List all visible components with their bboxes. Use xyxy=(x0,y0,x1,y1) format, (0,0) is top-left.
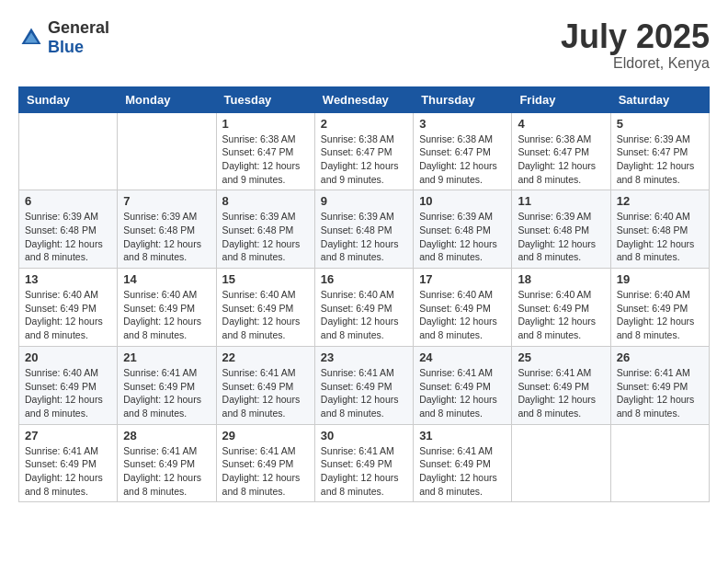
cell-line: Sunrise: 6:39 AM xyxy=(617,133,690,144)
cell-line: Daylight: 12 hours and 8 minutes. xyxy=(123,316,201,340)
cell-line: Daylight: 12 hours and 8 minutes. xyxy=(25,316,103,340)
day-number: 8 xyxy=(222,194,309,208)
cell-line: Sunrise: 6:38 AM xyxy=(321,133,394,144)
cell-content: Sunrise: 6:38 AMSunset: 6:47 PMDaylight:… xyxy=(222,132,309,187)
cell-line: Sunrise: 6:40 AM xyxy=(123,289,197,300)
cell-line: Daylight: 12 hours and 8 minutes. xyxy=(617,394,695,419)
cell-line: Daylight: 12 hours and 8 minutes. xyxy=(25,238,103,263)
cell-line: Daylight: 12 hours and 8 minutes. xyxy=(617,316,695,340)
cell-content: Sunrise: 6:38 AMSunset: 6:47 PMDaylight:… xyxy=(321,132,407,187)
cell-content: Sunrise: 6:39 AMSunset: 6:48 PMDaylight:… xyxy=(222,210,309,264)
cell-line: Sunrise: 6:41 AM xyxy=(321,367,394,378)
calendar-cell: 31Sunrise: 6:41 AMSunset: 6:49 PMDayligh… xyxy=(414,424,512,502)
cell-line: Daylight: 12 hours and 8 minutes. xyxy=(419,394,497,419)
cell-content: Sunrise: 6:41 AMSunset: 6:49 PMDaylight:… xyxy=(222,444,309,499)
cell-line: Sunset: 6:47 PM xyxy=(321,146,392,157)
calendar-body: 1Sunrise: 6:38 AMSunset: 6:47 PMDaylight… xyxy=(19,112,710,502)
cell-line: Sunrise: 6:41 AM xyxy=(321,445,394,456)
logo-text: General Blue xyxy=(48,18,109,57)
cell-line: Sunset: 6:49 PM xyxy=(321,303,392,314)
cell-content: Sunrise: 6:41 AMSunset: 6:49 PMDaylight:… xyxy=(321,366,407,420)
location-title: Eldoret, Kenya xyxy=(561,55,710,72)
cell-line: Daylight: 12 hours and 8 minutes. xyxy=(123,394,201,419)
cell-line: Sunset: 6:48 PM xyxy=(518,224,589,236)
cell-line: Daylight: 12 hours and 8 minutes. xyxy=(321,472,399,497)
cell-line: Sunset: 6:47 PM xyxy=(419,146,491,157)
day-number: 7 xyxy=(123,194,210,208)
day-header-sunday: Sunday xyxy=(19,86,118,112)
cell-line: Sunrise: 6:41 AM xyxy=(419,367,493,378)
cell-line: Sunset: 6:48 PM xyxy=(222,224,294,236)
cell-line: Daylight: 12 hours and 8 minutes. xyxy=(222,394,301,419)
cell-line: Sunrise: 6:40 AM xyxy=(25,367,98,378)
day-number: 19 xyxy=(617,272,703,286)
cell-line: Sunset: 6:48 PM xyxy=(123,224,195,236)
cell-content: Sunrise: 6:38 AMSunset: 6:47 PMDaylight:… xyxy=(518,132,604,187)
day-number: 6 xyxy=(25,194,111,208)
day-header-tuesday: Tuesday xyxy=(216,86,314,112)
day-header-saturday: Saturday xyxy=(610,86,709,112)
cell-line: Daylight: 12 hours and 8 minutes. xyxy=(518,160,596,185)
cell-line: Daylight: 12 hours and 8 minutes. xyxy=(123,472,201,497)
day-number: 16 xyxy=(321,272,407,286)
calendar-cell: 10Sunrise: 6:39 AMSunset: 6:48 PMDayligh… xyxy=(414,190,512,269)
cell-line: Daylight: 12 hours and 8 minutes. xyxy=(25,472,103,497)
day-number: 9 xyxy=(321,194,407,208)
cell-line: Sunrise: 6:39 AM xyxy=(123,211,197,222)
cell-line: Sunset: 6:49 PM xyxy=(123,381,195,392)
day-number: 31 xyxy=(419,429,506,442)
day-number: 10 xyxy=(419,194,506,208)
calendar-cell: 11Sunrise: 6:39 AMSunset: 6:48 PMDayligh… xyxy=(512,190,610,269)
calendar-cell: 4Sunrise: 6:38 AMSunset: 6:47 PMDaylight… xyxy=(512,112,610,190)
day-number: 21 xyxy=(123,350,210,364)
day-number: 11 xyxy=(518,194,604,208)
cell-line: Sunset: 6:48 PM xyxy=(321,224,392,236)
day-number: 14 xyxy=(123,272,210,286)
calendar-cell: 18Sunrise: 6:40 AMSunset: 6:49 PMDayligh… xyxy=(512,269,610,347)
cell-line: Sunset: 6:49 PM xyxy=(419,303,491,314)
cell-line: Sunrise: 6:41 AM xyxy=(123,367,197,378)
cell-line: Sunset: 6:49 PM xyxy=(25,303,97,314)
cell-line: Daylight: 12 hours and 8 minutes. xyxy=(321,316,399,340)
cell-line: Sunrise: 6:39 AM xyxy=(222,211,296,222)
week-row-3: 20Sunrise: 6:40 AMSunset: 6:49 PMDayligh… xyxy=(19,346,710,424)
calendar-cell: 5Sunrise: 6:39 AMSunset: 6:47 PMDaylight… xyxy=(610,112,709,190)
cell-content: Sunrise: 6:39 AMSunset: 6:48 PMDaylight:… xyxy=(123,210,210,264)
calendar-cell: 7Sunrise: 6:39 AMSunset: 6:48 PMDaylight… xyxy=(118,190,216,269)
page-header: General Blue July 2025 Eldoret, Kenya xyxy=(18,18,710,72)
calendar-cell: 29Sunrise: 6:41 AMSunset: 6:49 PMDayligh… xyxy=(216,424,314,502)
cell-line: Daylight: 12 hours and 8 minutes. xyxy=(419,472,497,497)
day-number: 25 xyxy=(518,350,604,364)
calendar-header: SundayMondayTuesdayWednesdayThursdayFrid… xyxy=(19,86,710,112)
cell-content: Sunrise: 6:40 AMSunset: 6:49 PMDaylight:… xyxy=(518,288,604,342)
calendar-cell: 22Sunrise: 6:41 AMSunset: 6:49 PMDayligh… xyxy=(216,346,314,424)
logo-blue: Blue xyxy=(48,38,84,56)
calendar-cell: 20Sunrise: 6:40 AMSunset: 6:49 PMDayligh… xyxy=(19,346,118,424)
week-row-2: 13Sunrise: 6:40 AMSunset: 6:49 PMDayligh… xyxy=(19,269,710,347)
cell-content: Sunrise: 6:40 AMSunset: 6:49 PMDaylight:… xyxy=(321,288,407,342)
cell-content: Sunrise: 6:40 AMSunset: 6:49 PMDaylight:… xyxy=(25,366,111,420)
calendar-cell: 28Sunrise: 6:41 AMSunset: 6:49 PMDayligh… xyxy=(118,424,216,502)
day-number: 5 xyxy=(617,117,703,131)
cell-line: Sunset: 6:49 PM xyxy=(222,458,294,469)
day-number: 15 xyxy=(222,272,309,286)
day-number: 23 xyxy=(321,350,407,364)
calendar-cell xyxy=(19,112,118,190)
cell-line: Sunrise: 6:40 AM xyxy=(321,289,394,300)
calendar-cell: 26Sunrise: 6:41 AMSunset: 6:49 PMDayligh… xyxy=(610,346,709,424)
cell-line: Daylight: 12 hours and 9 minutes. xyxy=(321,160,399,185)
cell-content: Sunrise: 6:39 AMSunset: 6:48 PMDaylight:… xyxy=(321,210,407,264)
cell-line: Daylight: 12 hours and 9 minutes. xyxy=(419,160,497,185)
calendar-cell: 27Sunrise: 6:41 AMSunset: 6:49 PMDayligh… xyxy=(19,424,118,502)
cell-content: Sunrise: 6:40 AMSunset: 6:49 PMDaylight:… xyxy=(123,288,210,342)
header-row: SundayMondayTuesdayWednesdayThursdayFrid… xyxy=(19,86,710,112)
calendar-cell: 2Sunrise: 6:38 AMSunset: 6:47 PMDaylight… xyxy=(314,112,413,190)
calendar-cell xyxy=(512,424,610,502)
calendar-cell xyxy=(610,424,709,502)
day-header-friday: Friday xyxy=(512,86,610,112)
calendar-cell: 30Sunrise: 6:41 AMSunset: 6:49 PMDayligh… xyxy=(314,424,413,502)
day-number: 27 xyxy=(25,429,111,442)
cell-line: Sunset: 6:48 PM xyxy=(25,224,97,236)
cell-content: Sunrise: 6:41 AMSunset: 6:49 PMDaylight:… xyxy=(25,444,111,499)
cell-content: Sunrise: 6:39 AMSunset: 6:48 PMDaylight:… xyxy=(518,210,604,264)
